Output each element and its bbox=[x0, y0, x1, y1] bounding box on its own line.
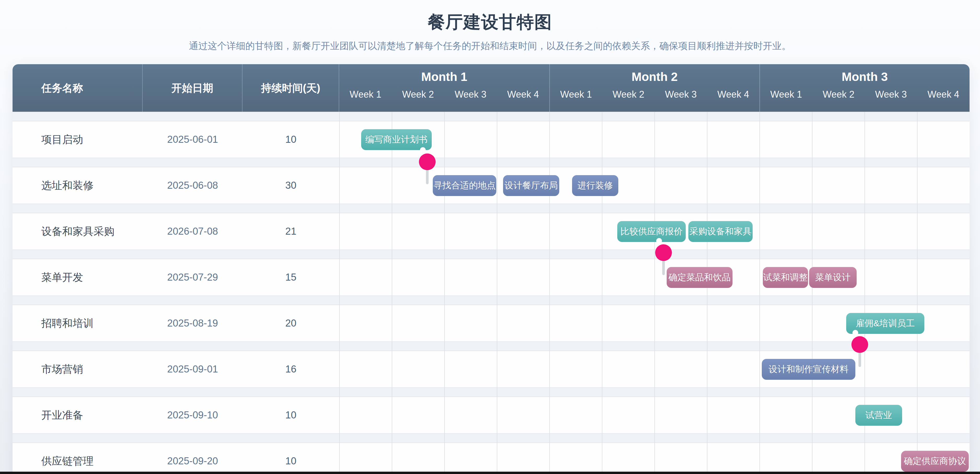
task-start-date: 2025-09-20 bbox=[143, 455, 242, 467]
week-label: Week 1 bbox=[550, 89, 602, 100]
bottom-strip bbox=[0, 472, 980, 474]
table-row: 招聘和培训2025-08-1920 bbox=[13, 305, 970, 341]
column-header-duration: 持续时间(天) bbox=[242, 64, 339, 112]
column-header-task-name: 任务名称 bbox=[13, 64, 143, 112]
week-row: Week 1Week 2Week 3Week 4 bbox=[760, 89, 970, 112]
task-start-date: 2025-08-19 bbox=[143, 318, 242, 329]
gantt-bar[interactable]: 确定菜品和饮品 bbox=[667, 267, 732, 288]
task-name: 供应链管理 bbox=[13, 454, 143, 468]
row-separator-band bbox=[13, 433, 970, 443]
week-label: Week 2 bbox=[392, 89, 444, 100]
gantt-bar[interactable]: 寻找合适的地点 bbox=[433, 175, 496, 196]
week-row: Week 1Week 2Week 3Week 4 bbox=[339, 89, 549, 112]
week-label: Week 4 bbox=[497, 89, 549, 100]
task-start-date: 2025-06-01 bbox=[143, 134, 242, 145]
table-body: 项目启动2025-06-0110选址和装修2025-06-0830设备和家具采购… bbox=[13, 112, 970, 474]
milestone-shine bbox=[853, 330, 858, 336]
page-title: 餐厅建设甘特图 bbox=[0, 10, 980, 34]
task-start-date: 2026-07-08 bbox=[143, 226, 242, 237]
week-row: Week 1Week 2Week 3Week 4 bbox=[550, 89, 759, 112]
timeline-header: Month 1Week 1Week 2Week 3Week 4Month 2We… bbox=[339, 64, 970, 112]
column-header-start-date: 开始日期 bbox=[143, 64, 242, 112]
task-start-date: 2025-09-01 bbox=[143, 364, 242, 375]
task-duration: 16 bbox=[242, 364, 339, 375]
gantt-bar[interactable]: 设计和制作宣传材料 bbox=[762, 359, 855, 380]
gantt-bar[interactable]: 比较供应商报价 bbox=[617, 221, 686, 242]
task-name: 开业准备 bbox=[13, 408, 143, 422]
week-label: Week 1 bbox=[760, 89, 813, 100]
table-header: 任务名称 开始日期 持续时间(天) Month 1Week 1Week 2Wee… bbox=[13, 64, 970, 112]
task-name: 设备和家具采购 bbox=[13, 224, 143, 239]
task-duration: 30 bbox=[242, 180, 339, 191]
gantt-bar[interactable]: 进行装修 bbox=[572, 175, 618, 196]
table-row: 开业准备2025-09-1010 bbox=[13, 397, 970, 433]
week-label: Week 3 bbox=[444, 89, 497, 100]
month-group-3: Month 3Week 1Week 2Week 3Week 4 bbox=[759, 64, 970, 112]
task-name: 选址和装修 bbox=[13, 178, 143, 193]
week-label: Week 3 bbox=[655, 89, 707, 100]
task-name: 市场营销 bbox=[13, 362, 143, 376]
gantt-page: 餐厅建设甘特图 通过这个详细的甘特图，新餐厅开业团队可以清楚地了解每个任务的开始… bbox=[0, 0, 980, 474]
row-separator-band bbox=[13, 112, 970, 121]
row-separator-band bbox=[13, 387, 970, 397]
gantt-bar[interactable]: 采购设备和家具 bbox=[688, 221, 752, 242]
week-label: Week 3 bbox=[865, 89, 917, 100]
task-duration: 15 bbox=[242, 272, 339, 283]
month-group-2: Month 2Week 1Week 2Week 3Week 4 bbox=[549, 64, 759, 112]
row-separator-band bbox=[13, 204, 970, 213]
milestone-ball-icon bbox=[655, 244, 672, 261]
milestone-shine bbox=[420, 147, 426, 153]
month-label: Month 2 bbox=[550, 64, 759, 89]
task-duration: 10 bbox=[242, 409, 339, 421]
week-label: Week 1 bbox=[339, 89, 392, 100]
milestone-shine bbox=[656, 238, 662, 244]
gantt-bar[interactable]: 菜单设计 bbox=[809, 267, 857, 288]
task-name: 项目启动 bbox=[13, 132, 143, 147]
week-label: Week 4 bbox=[917, 89, 970, 100]
week-label: Week 2 bbox=[602, 89, 655, 100]
milestone-ball-icon bbox=[851, 336, 868, 353]
month-label: Month 3 bbox=[760, 64, 970, 89]
month-group-1: Month 1Week 1Week 2Week 3Week 4 bbox=[339, 64, 549, 112]
month-label: Month 1 bbox=[339, 64, 549, 89]
gantt-bar[interactable]: 设计餐厅布局 bbox=[503, 175, 559, 196]
task-start-date: 2025-09-10 bbox=[143, 409, 242, 421]
gantt-bar[interactable]: 试菜和调整 bbox=[763, 267, 808, 288]
task-name: 菜单开发 bbox=[13, 270, 143, 284]
row-separator-band bbox=[13, 295, 970, 305]
gantt-table: 任务名称 开始日期 持续时间(天) Month 1Week 1Week 2Wee… bbox=[13, 64, 970, 474]
row-separator-band bbox=[13, 158, 970, 167]
table-row: 供应链管理2025-09-2010 bbox=[13, 443, 970, 474]
task-duration: 21 bbox=[242, 226, 339, 237]
row-separator-band bbox=[13, 341, 970, 351]
table-row: 设备和家具采购2026-07-0821 bbox=[13, 213, 970, 249]
page-subtitle: 通过这个详细的甘特图，新餐厅开业团队可以清楚地了解每个任务的开始和结束时间，以及… bbox=[0, 40, 980, 52]
week-label: Week 4 bbox=[707, 89, 760, 100]
table-row: 项目启动2025-06-0110 bbox=[13, 121, 970, 158]
gantt-bar[interactable]: 编写商业计划书 bbox=[361, 129, 432, 150]
task-start-date: 2025-06-08 bbox=[143, 180, 242, 191]
gantt-bar[interactable]: 确定供应商协议 bbox=[901, 451, 969, 472]
gantt-bar[interactable]: 雇佣&培训员工 bbox=[846, 313, 924, 334]
week-label: Week 2 bbox=[813, 89, 865, 100]
task-name: 招聘和培训 bbox=[13, 316, 143, 330]
gantt-bar[interactable]: 试营业 bbox=[855, 405, 902, 426]
task-duration: 20 bbox=[242, 318, 339, 329]
task-duration: 10 bbox=[242, 455, 339, 467]
task-duration: 10 bbox=[242, 134, 339, 145]
milestone-ball-icon bbox=[419, 154, 436, 170]
row-separator-band bbox=[13, 249, 970, 259]
task-start-date: 2025-07-29 bbox=[143, 272, 242, 283]
